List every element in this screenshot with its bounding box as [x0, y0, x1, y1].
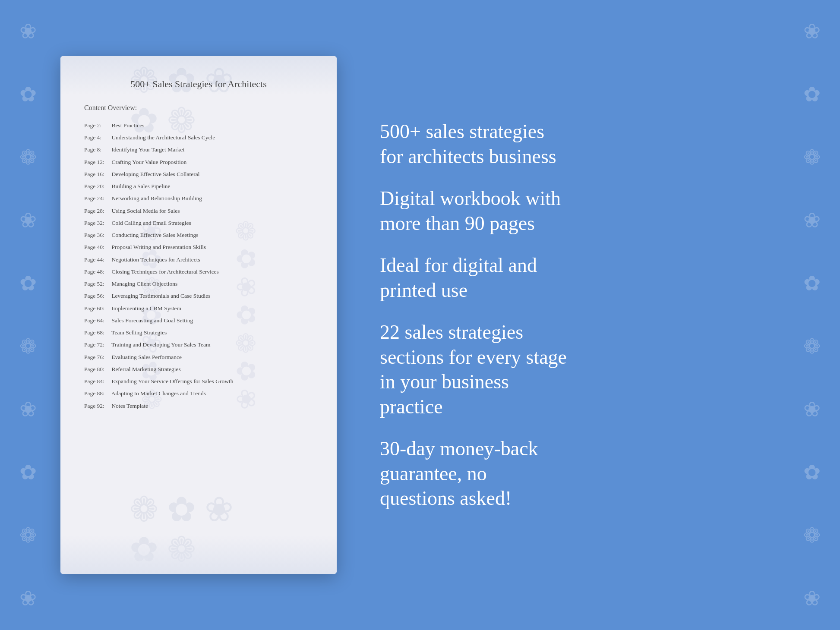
page-number: Page 52: [84, 280, 110, 288]
page-number: Page 36: [84, 231, 110, 239]
table-of-contents-item: Page 88: Adapting to Market Changes and … [84, 387, 313, 400]
page-number: Page 16: [84, 170, 110, 179]
table-of-contents-item: Page 64: Sales Forecasting and Goal Sett… [84, 315, 313, 327]
page-number: Page 8: [84, 145, 110, 154]
page-number: Page 56: [84, 292, 110, 300]
table-of-contents-item: Page 76: Evaluating Sales Performance [84, 351, 313, 363]
watermark-bottom: ❁ ✿ ❀ ✿ ❁ [129, 489, 268, 570]
table-of-contents-item: Page 20: Building a Sales Pipeline [84, 180, 313, 192]
table-of-contents-item: Page 52: Managing Client Objections [84, 278, 313, 290]
topic-title: Best Practices [110, 122, 144, 129]
table-of-contents-item: Page 40: Proposal Writing and Presentati… [84, 241, 313, 253]
page-number: Page 92: [84, 402, 110, 410]
content-overview-label: Content Overview: [84, 104, 313, 112]
feature-text-1: 500+ sales strategiesfor architects busi… [380, 119, 780, 169]
page-number: Page 68: [84, 328, 110, 337]
table-of-contents-item: Page 4: Understanding the Architectural … [84, 132, 313, 144]
table-of-contents-item: Page 92: Notes Template [84, 400, 313, 412]
topic-title: Building a Sales Pipeline [110, 183, 171, 189]
topic-title: Training and Developing Your Sales Team [110, 341, 210, 348]
topic-title: Cold Calling and Email Strategies [110, 220, 191, 226]
topic-title: Understanding the Architectural Sales Cy… [110, 134, 215, 141]
table-of-contents-item: Page 28: Using Social Media for Sales [84, 205, 313, 217]
page-number: Page 60: [84, 304, 110, 313]
feature-text-2: Digital workbook withmore than 90 pages [380, 186, 780, 236]
topic-title: Networking and Relationship Building [110, 195, 202, 202]
topic-title: Implementing a CRM System [110, 305, 181, 312]
table-of-contents-item: Page 36: Conducting Effective Sales Meet… [84, 229, 313, 241]
topic-title: Evaluating Sales Performance [110, 354, 182, 360]
table-of-contents-item: Page 68: Team Selling Strategies [84, 327, 313, 339]
table-of-contents-item: Page 12: Crafting Your Value Proposition [84, 156, 313, 168]
topic-title: Proposal Writing and Presentation Skills [110, 244, 206, 250]
table-of-contents-item: Page 60: Implementing a CRM System [84, 302, 313, 315]
page-number: Page 32: [84, 219, 110, 227]
table-of-contents-item: Page 16: Developing Effective Sales Coll… [84, 168, 313, 180]
page-number: Page 48: [84, 268, 110, 276]
page-number: Page 2: [84, 121, 110, 130]
topic-title: Managing Client Objections [110, 280, 177, 287]
topic-title: Developing Effective Sales Collateral [110, 171, 199, 177]
table-of-contents-item: Page 72: Training and Developing Your Sa… [84, 339, 313, 351]
table-of-contents-item: Page 56: Leveraging Testimonials and Cas… [84, 290, 313, 302]
topic-title: Sales Forecasting and Goal Setting [110, 317, 193, 324]
book-title: 500+ Sales Strategies for Architects [84, 78, 313, 91]
features-panel: 500+ sales strategiesfor architects busi… [371, 119, 780, 511]
table-of-contents-item: Page 80: Referral Marketing Strategies [84, 363, 313, 375]
page-number: Page 64: [84, 316, 110, 325]
page-number: Page 44: [84, 255, 110, 264]
table-of-contents-item: Page 8: Identifying Your Target Market [84, 144, 313, 156]
page-number: Page 4: [84, 133, 110, 142]
topic-title: Referral Marketing Strategies [110, 366, 181, 372]
table-of-contents-item: Page 84: Expanding Your Service Offering… [84, 375, 313, 387]
topic-title: Leveraging Testimonials and Case Studies [110, 293, 210, 299]
page-number: Page 24: [84, 194, 110, 203]
topic-title: Conducting Effective Sales Meetings [110, 232, 198, 238]
page-number: Page 84: [84, 377, 110, 386]
table-of-contents-item: Page 44: Negotiation Techniques for Arch… [84, 254, 313, 266]
page-number: Page 72: [84, 340, 110, 349]
feature-text-5: 30-day money-backguarantee, noquestions … [380, 436, 780, 511]
table-of-contents-item: Page 32: Cold Calling and Email Strategi… [84, 217, 313, 229]
page-number: Page 88: [84, 389, 110, 398]
topic-title: Notes Template [110, 403, 148, 409]
topic-title: Adapting to Market Changes and Trends [110, 390, 206, 397]
page-number: Page 20: [84, 182, 110, 191]
feature-text-4: 22 sales strategiessections for every st… [380, 320, 780, 419]
topic-title: Using Social Media for Sales [110, 208, 180, 214]
page-number: Page 40: [84, 243, 110, 252]
topic-title: Closing Techniques for Architectural Ser… [110, 268, 219, 275]
table-of-contents-item: Page 48: Closing Techniques for Architec… [84, 266, 313, 278]
topic-title: Identifying Your Target Market [110, 146, 184, 153]
page-number: Page 12: [84, 158, 110, 167]
page-number: Page 28: [84, 207, 110, 215]
topic-title: Crafting Your Value Proposition [110, 159, 186, 165]
topic-title: Expanding Your Service Offerings for Sal… [110, 378, 233, 384]
feature-text-3: Ideal for digital andprinted use [380, 253, 780, 302]
table-of-contents-item: Page 24: Networking and Relationship Bui… [84, 192, 313, 205]
page-number: Page 76: [84, 353, 110, 362]
table-of-contents-item: Page 2: Best Practices [84, 120, 313, 132]
book-preview: ❁ ✿ ❀ ✿ ❁ ❁ ✿ ❀ ✿ ❁ ❀ ✿ ❁ ✿ ❀ ✿ ❁ ❀ ✿ ❁ … [60, 56, 337, 574]
topic-title: Negotiation Techniques for Architects [110, 256, 200, 263]
table-of-contents: Page 2: Best PracticesPage 4: Understand… [84, 120, 313, 412]
main-content: ❁ ✿ ❀ ✿ ❁ ❁ ✿ ❀ ✿ ❁ ❀ ✿ ❁ ✿ ❀ ✿ ❁ ❀ ✿ ❁ … [0, 0, 840, 630]
page-number: Page 80: [84, 365, 110, 374]
topic-title: Team Selling Strategies [110, 329, 167, 336]
